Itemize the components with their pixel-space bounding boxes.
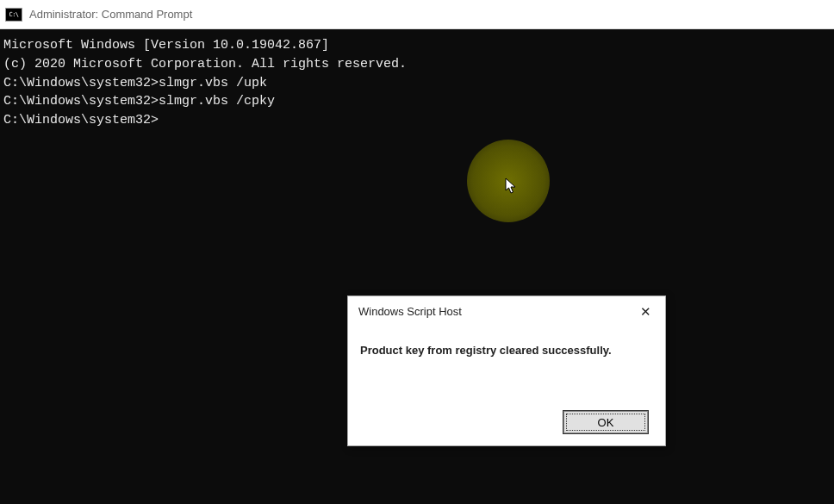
terminal-output-line: Microsoft Windows [Version 10.0.19042.86… [3,36,831,55]
close-button[interactable]: ✕ [626,298,665,326]
terminal-prompt-line: C:\Windows\system32> [3,111,831,130]
mouse-cursor-icon [505,177,519,202]
cmd-icon [5,8,22,22]
terminal-area[interactable]: Microsoft Windows [Version 10.0.19042.86… [0,29,834,504]
dialog-message: Product key from registry cleared succes… [360,343,653,359]
terminal-output-line: (c) 2020 Microsoft Corporation. All righ… [3,55,831,74]
window-title: Administrator: Command Prompt [29,8,192,21]
window-titlebar: Administrator: Command Prompt [0,0,834,29]
dialog-title: Windows Script Host [358,304,462,320]
cursor-highlight-circle [467,140,550,222]
dialog-titlebar[interactable]: Windows Script Host ✕ [348,296,665,327]
ok-button[interactable]: OK [563,411,648,433]
script-host-dialog: Windows Script Host ✕ Product key from r… [347,296,666,446]
terminal-output-line: C:\Windows\system32>slmgr.vbs /cpky [3,92,831,111]
terminal-output-line: C:\Windows\system32>slmgr.vbs /upk [3,74,831,93]
dialog-button-row: OK [563,411,648,433]
dialog-body: Product key from registry cleared succes… [348,327,665,359]
close-icon: ✕ [640,302,651,321]
